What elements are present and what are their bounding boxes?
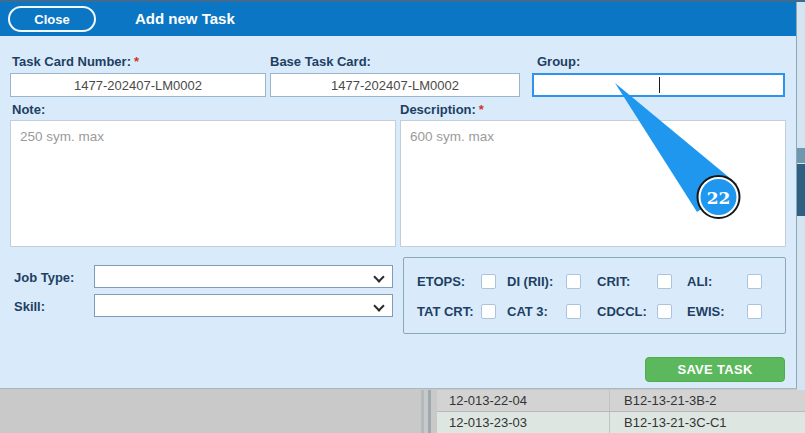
- table-row: 12-013-22-04 B12-13-21-3B-2: [437, 390, 805, 412]
- flags-row-1: ETOPS: DI (RII): CRIT: ALI:: [417, 273, 762, 289]
- add-new-task-dialog: Close Add new Task Task Card Number:* Ba…: [0, 2, 797, 389]
- background-divider-line: [421, 390, 424, 433]
- job-type-label: Job Type:: [14, 270, 74, 285]
- dialog-body: Task Card Number:* Base Task Card: Group…: [0, 36, 796, 389]
- ali-label: ALI:: [687, 274, 747, 289]
- tat-crt-label: TAT CRT:: [417, 304, 481, 319]
- required-marker: *: [479, 102, 484, 117]
- table-cell-task-number: 12-013-23-03: [437, 412, 610, 433]
- checkbox-di-rii[interactable]: [566, 274, 581, 289]
- background-task-table: 12-013-22-04 B12-13-21-3B-2 12-013-23-03…: [437, 390, 805, 433]
- checkbox-etops[interactable]: [481, 274, 496, 289]
- chevron-down-icon: [373, 271, 384, 282]
- group-label: Group:: [537, 54, 580, 69]
- chevron-down-icon: [373, 300, 384, 311]
- skill-label: Skill:: [14, 299, 45, 314]
- description-textarea[interactable]: [400, 120, 786, 247]
- background-divider-line: [428, 390, 431, 433]
- dialog-header: Close Add new Task: [0, 2, 796, 36]
- base-task-card-input[interactable]: [270, 73, 520, 97]
- text-cursor: [659, 77, 660, 93]
- checkbox-cdccl[interactable]: [657, 304, 672, 319]
- ewis-label: EWIS:: [687, 304, 747, 319]
- save-task-button[interactable]: SAVE TASK: [645, 357, 785, 382]
- skill-select[interactable]: [94, 294, 393, 317]
- table-row: 12-013-23-03 B12-13-21-3C-C1: [437, 412, 805, 433]
- table-cell-task-number: 12-013-22-04: [437, 390, 610, 411]
- checkbox-crit[interactable]: [657, 274, 672, 289]
- flags-panel: ETOPS: DI (RII): CRIT: ALI: TAT CRT: CAT…: [403, 257, 786, 334]
- job-type-select[interactable]: [94, 265, 393, 288]
- checkbox-ewis[interactable]: [747, 304, 762, 319]
- etops-label: ETOPS:: [417, 274, 481, 289]
- cat-3-label: CAT 3:: [507, 304, 566, 319]
- table-cell-task-card: B12-13-21-3C-C1: [610, 412, 805, 433]
- task-card-number-input[interactable]: [10, 73, 266, 97]
- flags-row-2: TAT CRT: CAT 3: CDCCL: EWIS:: [417, 303, 762, 319]
- crit-label: CRIT:: [597, 274, 657, 289]
- task-card-number-label-text: Task Card Number:: [12, 54, 131, 69]
- table-cell-task-card: B12-13-21-3B-2: [610, 390, 805, 411]
- base-task-card-label: Base Task Card:: [270, 54, 371, 69]
- cdccl-label: CDCCL:: [597, 304, 657, 319]
- close-button[interactable]: Close: [8, 6, 96, 32]
- scrollbar-segment: [797, 148, 805, 163]
- checkbox-cat-3[interactable]: [566, 304, 581, 319]
- required-marker: *: [134, 54, 139, 69]
- page-scrollbar: [797, 2, 805, 390]
- dialog-title: Add new Task: [135, 2, 235, 36]
- description-label: Description:*: [400, 102, 484, 117]
- di-rii-label: DI (RII):: [507, 274, 566, 289]
- checkbox-ali[interactable]: [747, 274, 762, 289]
- description-label-text: Description:: [400, 102, 476, 117]
- dimmed-background: 12-013-22-04 B12-13-21-3B-2 12-013-23-03…: [0, 390, 805, 433]
- note-textarea[interactable]: [10, 120, 396, 247]
- scrollbar-thumb[interactable]: [797, 164, 805, 216]
- task-card-number-label: Task Card Number:*: [12, 54, 139, 69]
- add-new-task-screen: Close Add new Task Task Card Number:* Ba…: [0, 0, 805, 433]
- checkbox-tat-crt[interactable]: [481, 304, 496, 319]
- note-label: Note:: [12, 102, 45, 117]
